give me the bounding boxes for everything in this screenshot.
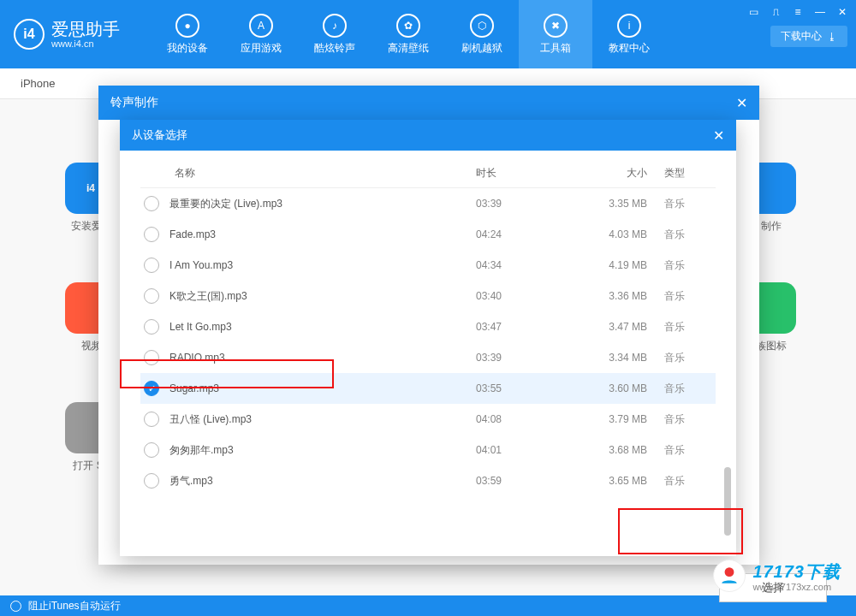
nav-item-1[interactable]: A应用游戏: [224, 0, 298, 68]
nav-label: 刷机越狱: [461, 41, 502, 56]
file-row[interactable]: K歌之王(国).mp3 03:40 3.36 MB 音乐: [140, 281, 716, 311]
logo-mark: i4: [14, 19, 45, 50]
file-type: 音乐: [664, 258, 716, 273]
file-type: 音乐: [664, 443, 716, 458]
col-duration: 时长: [476, 166, 570, 181]
ringtone-modal-header: 铃声制作 ✕: [98, 86, 759, 120]
nav-label: 酷炫铃声: [314, 41, 355, 56]
file-name: Fade.mp3: [169, 228, 476, 240]
file-size: 4.03 MB: [570, 228, 664, 240]
col-name: 名称: [144, 166, 476, 181]
file-duration: 04:24: [476, 228, 570, 240]
file-row[interactable]: 最重要的决定 (Live).mp3 03:39 3.35 MB 音乐: [140, 188, 716, 219]
brand-url: www.i4.cn: [51, 38, 120, 49]
radio-icon[interactable]: [144, 412, 159, 427]
close-icon[interactable]: ✕: [713, 127, 724, 144]
nav-icon: ✿: [396, 14, 420, 38]
file-duration: 04:08: [476, 413, 570, 425]
file-duration: 03:47: [476, 321, 570, 333]
radio-icon[interactable]: [144, 288, 159, 304]
svg-point-0: [725, 567, 734, 577]
device-picker-header: 从设备选择 ✕: [120, 120, 736, 151]
nav-icon: A: [249, 14, 273, 38]
status-toggle[interactable]: [10, 601, 21, 612]
file-name: 匆匆那年.mp3: [169, 443, 476, 458]
file-duration: 03:39: [476, 352, 570, 364]
col-size: 大小: [570, 166, 664, 181]
nav-label: 应用游戏: [241, 41, 282, 56]
menu-icon[interactable]: ≡: [791, 5, 805, 19]
file-duration: 03:40: [476, 290, 570, 302]
nav-icon: ✖: [544, 14, 568, 38]
file-name: RADIO.mp3: [169, 352, 476, 364]
main-nav: ●我的设备A应用游戏♪酷炫铃声✿高清壁纸⬡刷机越狱✖工具箱i教程中心: [151, 0, 666, 68]
radio-icon[interactable]: [144, 350, 159, 365]
nav-item-0[interactable]: ●我的设备: [151, 0, 224, 68]
app-header: i4 爱思助手 www.i4.cn ●我的设备A应用游戏♪酷炫铃声✿高清壁纸⬡刷…: [0, 0, 856, 68]
file-type: 音乐: [664, 351, 716, 365]
download-icon: ⭳: [827, 31, 837, 43]
watermark: 17173下载 www.17173xz.com: [713, 560, 841, 592]
skin-icon[interactable]: ⎍: [769, 5, 782, 19]
nav-label: 教程中心: [609, 41, 650, 56]
device-picker-modal: 从设备选择 ✕ 名称 时长 大小 类型 最重要的决定 (Live).mp3 03…: [120, 120, 736, 556]
nav-item-5[interactable]: ✖工具箱: [519, 0, 592, 68]
watermark-sub: www.17173xz.com: [752, 582, 841, 592]
file-size: 3.36 MB: [570, 290, 664, 302]
file-row[interactable]: RADIO.mp3 03:39 3.34 MB 音乐: [140, 342, 716, 373]
file-row[interactable]: 匆匆那年.mp3 04:01 3.68 MB 音乐: [140, 435, 716, 465]
file-type: 音乐: [664, 228, 716, 242]
file-row[interactable]: Let It Go.mp3 03:47 3.47 MB 音乐: [140, 311, 716, 342]
nav-item-4[interactable]: ⬡刷机越狱: [445, 0, 519, 68]
file-size: 3.79 MB: [570, 413, 664, 425]
radio-icon[interactable]: [144, 196, 159, 211]
col-type: 类型: [664, 166, 716, 181]
scrollbar-thumb[interactable]: [724, 467, 731, 536]
nav-icon: ♪: [323, 14, 347, 38]
radio-icon[interactable]: [144, 442, 159, 458]
file-row[interactable]: 勇气.mp3 03:59 3.65 MB 音乐: [140, 465, 716, 496]
file-name: 最重要的决定 (Live).mp3: [169, 197, 476, 211]
nav-icon: i: [617, 14, 641, 38]
window-controls: ▭ ⎍ ≡ — ✕: [746, 5, 849, 19]
tab-iphone[interactable]: iPhone: [21, 77, 55, 90]
file-type: 音乐: [664, 197, 716, 211]
file-duration: 03:39: [476, 198, 570, 210]
file-duration: 04:34: [476, 259, 570, 271]
file-duration: 04:01: [476, 444, 570, 456]
file-row[interactable]: Fade.mp3 04:24 4.03 MB 音乐: [140, 219, 716, 250]
radio-icon[interactable]: [144, 258, 159, 273]
file-name: 勇气.mp3: [169, 474, 476, 489]
watermark-title: 17173下载: [752, 560, 841, 583]
nav-item-3[interactable]: ✿高清壁纸: [372, 0, 445, 68]
file-size: 4.19 MB: [570, 259, 664, 271]
radio-icon[interactable]: [144, 473, 159, 489]
download-center-button[interactable]: 下载中心 ⭳: [770, 26, 847, 47]
file-row[interactable]: 丑八怪 (Live).mp3 04:08 3.79 MB 音乐: [140, 404, 716, 435]
nav-item-2[interactable]: ♪酷炫铃声: [298, 0, 372, 68]
file-list: 名称 时长 大小 类型 最重要的决定 (Live).mp3 03:39 3.35…: [120, 151, 736, 556]
feedback-icon[interactable]: ▭: [746, 5, 760, 19]
download-center-label: 下载中心: [781, 29, 822, 44]
nav-icon: ●: [175, 14, 199, 38]
radio-icon[interactable]: [144, 227, 159, 242]
file-type: 音乐: [664, 382, 716, 396]
radio-icon[interactable]: [144, 381, 159, 396]
close-icon[interactable]: ✕: [835, 5, 849, 19]
minimize-icon[interactable]: —: [813, 5, 827, 19]
file-size: 3.35 MB: [570, 198, 664, 210]
file-row[interactable]: I Am You.mp3 04:34 4.19 MB 音乐: [140, 250, 716, 281]
file-row[interactable]: Sugar.mp3 03:55 3.60 MB 音乐: [140, 373, 716, 404]
file-size: 3.65 MB: [570, 475, 664, 487]
close-icon[interactable]: ✕: [736, 95, 747, 111]
nav-item-6[interactable]: i教程中心: [592, 0, 666, 68]
file-type: 音乐: [664, 474, 716, 489]
radio-icon[interactable]: [144, 319, 159, 335]
file-name: Sugar.mp3: [169, 382, 476, 394]
file-name: 丑八怪 (Live).mp3: [169, 412, 476, 427]
file-type: 音乐: [664, 412, 716, 427]
device-picker-title: 从设备选择: [132, 127, 187, 143]
brand-title: 爱思助手: [51, 20, 120, 38]
file-list-header: 名称 时长 大小 类型: [140, 166, 716, 188]
file-name: I Am You.mp3: [169, 259, 476, 271]
